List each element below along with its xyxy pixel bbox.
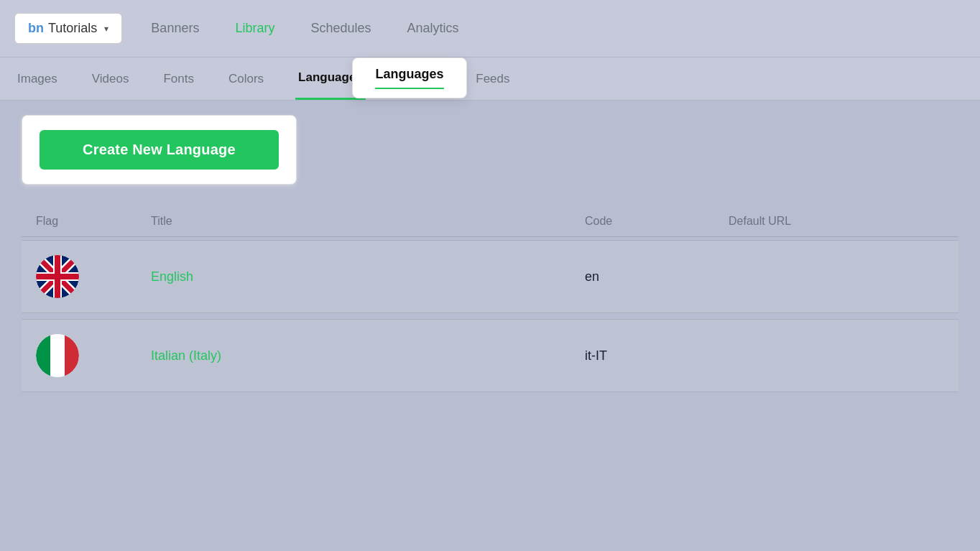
tab-feeds[interactable]: Feeds [473,57,512,100]
language-title-italian[interactable]: Italian (Italy) [151,348,585,364]
language-code-english: en [585,269,729,284]
main-content: Create New Language Flag Title Code Defa… [0,101,980,532]
brand-initials: bn [28,21,44,36]
nav-item-analytics[interactable]: Analytics [407,21,459,36]
create-new-language-button[interactable]: Create New Language [40,130,279,170]
italy-flag-icon [36,334,79,377]
nav-item-library[interactable]: Library [235,21,274,36]
flag-cell-italian [36,334,151,377]
table-row: English en [22,240,958,313]
tab-videos[interactable]: Videos [89,57,132,100]
top-nav-links: Banners Library Schedules Analytics [151,21,458,36]
svg-rect-13 [50,334,65,377]
table-header: Flag Title Code Default URL [22,206,958,237]
header-title: Title [151,215,585,228]
header-default-url: Default URL [729,215,944,228]
chevron-down-icon: ▾ [104,24,108,34]
brand-name: Tutorials [48,21,97,36]
top-nav: bn Tutorials ▾ Banners Library Schedules… [0,0,980,57]
language-code-italian: it-IT [585,348,729,364]
tab-colors[interactable]: Colors [226,57,267,100]
languages-dropdown-label[interactable]: Languages [375,67,443,89]
tab-images[interactable]: Images [14,57,60,100]
svg-rect-9 [36,274,79,279]
svg-rect-12 [36,334,50,377]
svg-rect-14 [65,334,79,377]
nav-item-banners[interactable]: Banners [151,21,199,36]
header-code: Code [585,215,729,228]
flag-cell-english [36,255,151,298]
nav-item-schedules[interactable]: Schedules [310,21,371,36]
languages-dropdown-popup: Languages [352,57,467,98]
tab-fonts[interactable]: Fonts [160,57,197,100]
create-language-card: Create New Language [22,115,297,185]
table-row: Italian (Italy) it-IT [22,319,958,392]
language-title-english[interactable]: English [151,269,585,284]
brand-button[interactable]: bn Tutorials ▾ [14,13,122,44]
sub-nav: Images Videos Fonts Colors Languages Wid… [0,57,980,101]
header-flag: Flag [36,215,151,228]
uk-flag-icon [36,255,79,298]
